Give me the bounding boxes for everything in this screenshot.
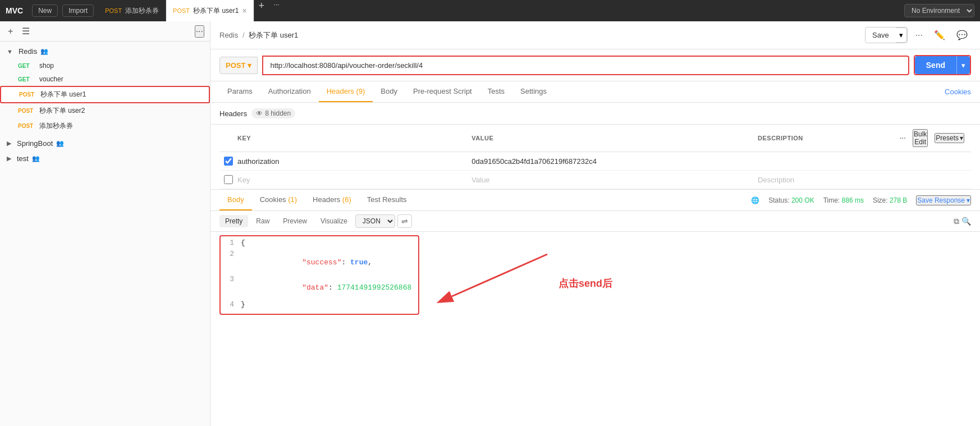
breadcrumb-current: 秒杀下单 user1 bbox=[249, 31, 298, 39]
globe-icon: 🌐 bbox=[751, 196, 759, 204]
header-value-placeholder: Value bbox=[471, 176, 489, 184]
line-number: 3 bbox=[221, 275, 241, 300]
tab-prerequest[interactable]: Pre-request Script bbox=[405, 81, 480, 102]
sidebar-filter-button[interactable]: ☰ bbox=[20, 25, 32, 38]
header-row-authorization: authorization 0da91650ca2b4fd1a706219f68… bbox=[219, 152, 971, 171]
response-tabs-bar: Body Cookies (1) Headers (6) Test Result… bbox=[210, 190, 980, 211]
save-dropdown-button[interactable]: ▾ bbox=[896, 28, 907, 43]
col-value: VALUE bbox=[465, 125, 751, 152]
sidebar-more-button[interactable]: ··· bbox=[195, 25, 204, 38]
collection-title: SpringBoot bbox=[17, 139, 53, 148]
more-options-button[interactable]: ··· bbox=[912, 29, 926, 42]
users-icon: 👥 bbox=[56, 140, 64, 147]
tab-method-badge: POST bbox=[105, 7, 122, 14]
users-icon: 👥 bbox=[32, 155, 40, 162]
presets-button[interactable]: Presets ▾ bbox=[935, 133, 964, 143]
resp-tab-cookies[interactable]: Cookies (1) bbox=[252, 190, 305, 210]
tabs-bar: POST 添加秒杀券 POST 秒杀下单 user1 × + ··· bbox=[98, 0, 900, 21]
save-response-button[interactable]: Save Response ▾ bbox=[916, 195, 971, 205]
method-select[interactable]: POST ▾ bbox=[219, 57, 258, 74]
tab-headers[interactable]: Headers (9) bbox=[319, 81, 373, 102]
tab-tests[interactable]: Tests bbox=[480, 81, 512, 102]
cookies-link[interactable]: Cookies bbox=[945, 88, 971, 96]
json-brace: { bbox=[241, 239, 418, 250]
expand-icon: ▼ bbox=[7, 48, 13, 55]
json-data-line: "data": 17741491992526868 bbox=[241, 275, 418, 300]
copy-button[interactable]: ⧉ bbox=[954, 217, 959, 226]
tab-add-icon[interactable]: + bbox=[254, 0, 269, 21]
request-item-post-seckill-user2[interactable]: POST 秒杀下单 user2 bbox=[0, 103, 210, 118]
code-line-3: 3 "data": 17741491992526868 bbox=[221, 275, 418, 300]
tab-body[interactable]: Body bbox=[373, 81, 405, 102]
environment-select[interactable]: No Environment bbox=[904, 4, 974, 17]
header-checkbox-empty[interactable] bbox=[224, 175, 233, 184]
resp-status: 🌐 Status: 200 OK Time: 886 ms Size: 278 … bbox=[751, 195, 971, 205]
expand-icon: ▶ bbox=[7, 155, 11, 162]
header-row-actions bbox=[893, 152, 971, 171]
size-label: Size: 278 B bbox=[873, 196, 907, 204]
code-line-4: 4 } bbox=[221, 300, 418, 312]
resp-body-toolbar: Pretty Raw Preview Visualize JSON ⇌ ⧉ 🔍 bbox=[210, 211, 980, 232]
view-preview-button[interactable]: Preview bbox=[277, 215, 313, 227]
code-line-1: 1 { bbox=[221, 239, 418, 250]
comment-button[interactable]: 💬 bbox=[953, 29, 971, 42]
view-visualize-button[interactable]: Visualize bbox=[315, 215, 353, 227]
breadcrumb-separator: / bbox=[242, 31, 246, 39]
request-item-post-seckill-user1[interactable]: POST 秒杀下单 user1 bbox=[0, 86, 210, 103]
search-button[interactable]: 🔍 bbox=[961, 217, 971, 226]
more-icon[interactable]: ··· bbox=[900, 135, 906, 141]
wrap-button[interactable]: ⇌ bbox=[397, 214, 412, 228]
edit-button[interactable]: ✏️ bbox=[931, 29, 949, 42]
tab-authorization[interactable]: Authorization bbox=[260, 81, 319, 102]
tab-seckill-user1[interactable]: POST 秒杀下单 user1 × bbox=[166, 0, 254, 21]
request-item-post-add-voucher[interactable]: POST 添加秒杀券 bbox=[0, 118, 210, 134]
headers-table: KEY VALUE DESCRIPTION ··· Bulk Edit Pres… bbox=[219, 125, 971, 189]
format-select[interactable]: JSON bbox=[355, 214, 395, 228]
view-raw-button[interactable]: Raw bbox=[250, 215, 275, 227]
annotation-arrow bbox=[435, 243, 671, 310]
header-checkbox[interactable] bbox=[224, 157, 233, 166]
new-button[interactable]: New bbox=[32, 4, 58, 17]
hidden-count-badge[interactable]: 👁 8 hidden bbox=[251, 108, 295, 118]
tab-settings[interactable]: Settings bbox=[512, 81, 555, 102]
tab-close-icon[interactable]: × bbox=[242, 6, 246, 15]
url-bar: POST ▾ Send ▾ bbox=[210, 49, 980, 81]
bulk-edit-button[interactable]: Bulk Edit bbox=[913, 129, 928, 147]
tab-params[interactable]: Params bbox=[219, 81, 260, 102]
sidebar-add-button[interactable]: + bbox=[6, 25, 15, 38]
request-tabs-nav: Params Authorization Headers (9) Body Pr… bbox=[210, 81, 980, 103]
hidden-count: 8 hidden bbox=[265, 109, 291, 117]
request-item-get-voucher[interactable]: GET voucher bbox=[0, 72, 210, 86]
view-pretty-button[interactable]: Pretty bbox=[219, 215, 248, 227]
users-icon: 👥 bbox=[40, 48, 48, 55]
tab-add-seckill-voucher[interactable]: POST 添加秒杀券 bbox=[98, 0, 166, 21]
resp-tab-headers[interactable]: Headers (6) bbox=[305, 190, 359, 210]
headers-table-wrapper: KEY VALUE DESCRIPTION ··· Bulk Edit Pres… bbox=[210, 125, 980, 189]
tab-more-icon[interactable]: ··· bbox=[269, 0, 284, 21]
collection-redis[interactable]: ▼ Redis 👥 bbox=[0, 44, 210, 59]
collection-test[interactable]: ▶ test 👥 bbox=[0, 151, 210, 166]
method-label: POST bbox=[226, 61, 245, 70]
table-header-actions: ··· Bulk Edit Presets ▾ bbox=[900, 129, 964, 147]
collection-springboot[interactable]: ▶ SpringBoot 👥 bbox=[0, 136, 210, 151]
send-button[interactable]: Send bbox=[915, 56, 956, 74]
json-response-box: 1 { 2 "success": true, 3 "data": 1774149… bbox=[219, 235, 419, 315]
svg-line-1 bbox=[452, 254, 547, 296]
resp-tab-test-results[interactable]: Test Results bbox=[359, 190, 415, 210]
url-input[interactable] bbox=[262, 56, 909, 75]
json-brace-close: } bbox=[241, 300, 418, 312]
import-button[interactable]: Import bbox=[62, 4, 94, 17]
breadcrumb-collection: Redis bbox=[219, 31, 238, 39]
line-number: 4 bbox=[221, 300, 241, 312]
sidebar-content: ▼ Redis 👥 GET shop GET voucher POST 秒杀下单… bbox=[0, 42, 210, 426]
save-button[interactable]: Save bbox=[865, 28, 896, 42]
tab-label: 秒杀下单 user1 bbox=[193, 6, 239, 16]
request-name: 秒杀下单 user1 bbox=[40, 90, 86, 99]
send-dropdown-button[interactable]: ▾ bbox=[956, 56, 970, 74]
annotation-container: 点击send后 bbox=[435, 243, 671, 312]
request-item-get-shop[interactable]: GET shop bbox=[0, 59, 210, 72]
resp-tab-body[interactable]: Body bbox=[219, 190, 252, 210]
send-group: Send ▾ bbox=[914, 55, 971, 75]
method-dropdown-icon: ▾ bbox=[248, 61, 251, 70]
header-actions: Save ▾ ··· ✏️ 💬 bbox=[865, 27, 971, 43]
